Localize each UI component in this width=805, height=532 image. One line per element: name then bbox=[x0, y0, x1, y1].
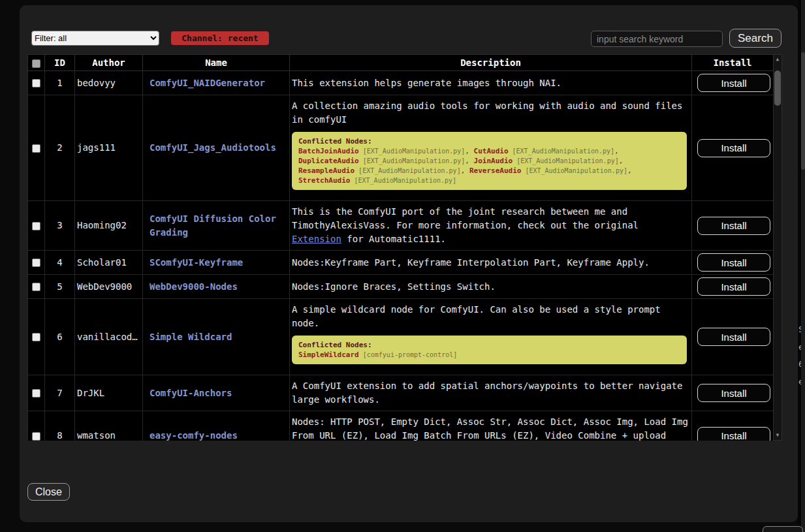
conflict-node-name: BatchJoinAudio bbox=[298, 147, 359, 155]
nodes-table-viewport: ID Author Name Description Install 1 bed… bbox=[27, 54, 773, 441]
row-author: DrJKL bbox=[75, 375, 143, 411]
table-row: 3 Haoming02 ComfyUI Diffusion Color Grad… bbox=[28, 201, 774, 251]
description-text: Nodes: HTTP POST, Empty Dict, Assoc Str,… bbox=[292, 415, 689, 441]
table-row: 5 WebDev9000 WebDev9000-Nodes Nodes:Igno… bbox=[28, 275, 774, 299]
row-author: vanillacode… bbox=[75, 299, 143, 375]
channel-badge: Channel: recent bbox=[171, 31, 269, 45]
row-checkbox[interactable] bbox=[32, 144, 40, 153]
install-button[interactable]: Install bbox=[697, 384, 770, 402]
table-scrollbar-thumb[interactable] bbox=[774, 70, 781, 106]
description-text: Nodes:Ignore Braces, Settings Switch. bbox=[292, 280, 689, 294]
close-button[interactable]: Close bbox=[27, 483, 70, 501]
row-description: Nodes:Ignore Braces, Settings Switch. bbox=[290, 275, 692, 299]
install-button[interactable]: Install bbox=[697, 277, 770, 296]
conflict-node-name: SimpleWildcard bbox=[298, 351, 359, 359]
header-name: Name bbox=[143, 55, 290, 71]
table-row: 1 bedovyy ComfyUI_NAIDGenerator This ext… bbox=[28, 71, 774, 95]
row-description: A ComfyUI extension to add spatial ancho… bbox=[290, 375, 692, 411]
conflict-node-ref: [EXT_AudioManipulation.py] bbox=[350, 177, 456, 184]
row-author: Scholar01 bbox=[75, 251, 143, 275]
filter-select[interactable]: Filter: all bbox=[31, 31, 159, 46]
row-checkbox[interactable] bbox=[32, 258, 40, 267]
conflict-node-ref: [comfyui-prompt-control] bbox=[359, 351, 458, 358]
install-button[interactable]: Install bbox=[697, 217, 770, 235]
node-name-link[interactable]: ComfyUI-Anchors bbox=[150, 388, 232, 398]
install-button[interactable]: Install bbox=[697, 139, 770, 157]
nodes-table-body: 1 bedovyy ComfyUI_NAIDGenerator This ext… bbox=[28, 71, 774, 441]
description-text: This extension helps generate images thr… bbox=[292, 76, 689, 90]
conflicted-nodes-title: Conflicted Nodes: bbox=[298, 341, 372, 349]
install-button[interactable]: Install bbox=[697, 74, 770, 92]
row-checkbox[interactable] bbox=[32, 222, 40, 230]
node-name-link[interactable]: SComfyUI-Keyframe bbox=[150, 257, 243, 268]
conflict-node-ref: [EXT_AudioManipulation.py] bbox=[513, 157, 619, 164]
row-id: 4 bbox=[45, 251, 75, 275]
conflicted-nodes-box: Conflicted Nodes:SimpleWildcard [comfyui… bbox=[292, 336, 687, 364]
row-checkbox[interactable] bbox=[32, 432, 40, 441]
table-scrollbar[interactable]: ▲ ▼ bbox=[773, 54, 782, 441]
row-id: 3 bbox=[45, 201, 75, 251]
row-checkbox[interactable] bbox=[32, 79, 40, 87]
scroll-down-arrow-icon[interactable]: ▼ bbox=[774, 431, 781, 440]
conflict-node-ref: [EXT_AudioManipulation.py] bbox=[359, 157, 466, 164]
node-name-link[interactable]: ComfyUI_Jags_Audiotools bbox=[150, 142, 276, 153]
conflict-node-name: CutAudio bbox=[474, 147, 509, 155]
install-custom-nodes-dialog: Filter: all Channel: recent Search ID Au… bbox=[20, 5, 798, 522]
conflict-node-ref: [EXT_AudioManipulation.py] bbox=[509, 148, 615, 155]
row-description: A collection amazing audio tools for wor… bbox=[290, 95, 692, 201]
header-author: Author bbox=[75, 55, 143, 71]
description-link[interactable]: Extension bbox=[292, 234, 341, 244]
scroll-up-arrow-icon[interactable]: ▲ bbox=[774, 55, 781, 64]
node-name-link[interactable]: WebDev9000-Nodes bbox=[150, 281, 238, 292]
header-description: Description bbox=[290, 55, 692, 71]
install-button[interactable]: Install bbox=[697, 328, 770, 346]
install-button[interactable]: Install bbox=[697, 427, 770, 441]
conflict-node-name: DuplicateAudio bbox=[298, 157, 359, 165]
conflict-node-name: StretchAudio bbox=[298, 176, 350, 185]
row-id: 5 bbox=[45, 275, 75, 299]
table-row: 8 wmatson easy-comfy-nodes Nodes: HTTP P… bbox=[28, 411, 774, 441]
row-id: 7 bbox=[45, 375, 75, 411]
row-description: Nodes:Keyframe Part, Keyframe Interpolat… bbox=[290, 251, 692, 275]
conflict-node-name: ReverseAudio bbox=[469, 166, 521, 175]
search-button[interactable]: Search bbox=[729, 29, 781, 48]
row-id: 6 bbox=[45, 299, 75, 375]
conflict-node-name: JoinAudio bbox=[474, 157, 513, 165]
nodes-table: ID Author Name Description Install 1 bed… bbox=[27, 54, 773, 441]
node-name-link[interactable]: Simple Wildcard bbox=[150, 332, 232, 342]
description-text: Nodes:Keyframe Part, Keyframe Interpolat… bbox=[292, 256, 689, 270]
select-all-checkbox[interactable] bbox=[32, 59, 40, 68]
background-partial-button bbox=[763, 526, 803, 532]
row-checkbox[interactable] bbox=[32, 283, 40, 291]
row-author: bedovyy bbox=[75, 71, 143, 95]
conflict-node-name: ResampleAudio bbox=[298, 166, 355, 175]
conflict-node-ref: [EXT_AudioManipulation.py] bbox=[521, 167, 627, 174]
conflict-node-ref: [EXT_AudioManipulation.py] bbox=[355, 167, 461, 174]
conflict-node-ref: [EXT_AudioManipulation.py] bbox=[359, 148, 466, 155]
table-row: 2 jags111 ComfyUI_Jags_Audiotools A coll… bbox=[28, 95, 774, 201]
node-name-link[interactable]: ComfyUI_NAIDGenerator bbox=[150, 78, 265, 88]
row-author: Haoming02 bbox=[75, 201, 143, 251]
row-checkbox[interactable] bbox=[32, 333, 40, 341]
row-description: This is the ComfyUI port of the joint re… bbox=[290, 201, 692, 251]
node-name-link[interactable]: easy-comfy-nodes bbox=[150, 430, 238, 441]
row-author: WebDev9000 bbox=[75, 275, 143, 299]
node-name-link[interactable]: ComfyUI Diffusion Color Grading bbox=[150, 213, 276, 238]
conflicted-nodes-box: Conflicted Nodes:BatchJoinAudio [EXT_Aud… bbox=[292, 132, 687, 190]
table-row: 7 DrJKL ComfyUI-Anchors A ComfyUI extens… bbox=[28, 375, 774, 411]
page-scrollbar-thumb[interactable] bbox=[801, 52, 805, 170]
search-input[interactable] bbox=[591, 31, 723, 47]
row-description: Nodes: HTTP POST, Empty Dict, Assoc Str,… bbox=[290, 411, 692, 441]
row-description: This extension helps generate images thr… bbox=[290, 71, 692, 95]
row-id: 1 bbox=[45, 71, 75, 95]
description-text: This is the ComfyUI port of the joint re… bbox=[292, 205, 689, 246]
header-install: Install bbox=[692, 55, 774, 71]
row-author: wmatson bbox=[75, 411, 143, 441]
page-edge: S e 6 e bbox=[798, 0, 805, 532]
description-text: A collection amazing audio tools for wor… bbox=[292, 99, 689, 127]
row-checkbox[interactable] bbox=[32, 389, 40, 398]
description-text: A ComfyUI extension to add spatial ancho… bbox=[292, 379, 689, 407]
row-id: 2 bbox=[45, 95, 75, 201]
install-button[interactable]: Install bbox=[697, 253, 770, 272]
page-scrollbar[interactable] bbox=[801, 0, 805, 532]
